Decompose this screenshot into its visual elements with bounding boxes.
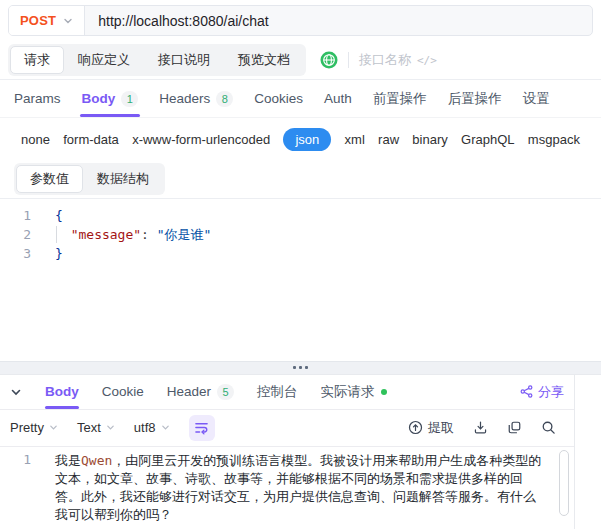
editor-line: 2 "message" : "你是谁" bbox=[0, 225, 601, 244]
tab-response-definition[interactable]: 响应定义 bbox=[64, 46, 144, 74]
line-number: 1 bbox=[0, 206, 55, 225]
body-type-binary[interactable]: binary bbox=[412, 132, 447, 147]
copy-icon bbox=[507, 420, 522, 435]
extract-button[interactable]: 提取 bbox=[408, 419, 454, 437]
tab-cookies[interactable]: Cookies bbox=[254, 80, 303, 117]
response-tab-row: Body Cookie Header5 控制台 实际请求 分享 bbox=[0, 375, 574, 410]
url-group: POST http://localhost:8080/ai/chat bbox=[8, 5, 593, 36]
header-count-badge: 5 bbox=[217, 384, 234, 400]
url-input[interactable]: http://localhost:8080/ai/chat bbox=[85, 6, 592, 35]
word-wrap-button[interactable] bbox=[189, 415, 215, 441]
tab-params[interactable]: Params bbox=[14, 80, 61, 117]
tab-response-body[interactable]: Body bbox=[45, 375, 79, 409]
chevron-down-icon bbox=[63, 16, 73, 26]
line-number: 2 bbox=[0, 225, 55, 244]
search-button[interactable] bbox=[541, 420, 556, 435]
line-number: 1 bbox=[0, 452, 55, 526]
line-number: 3 bbox=[0, 244, 55, 263]
download-button[interactable] bbox=[473, 420, 488, 435]
request-bar: POST http://localhost:8080/ai/chat bbox=[0, 0, 601, 41]
body-type-form-data[interactable]: form-data bbox=[63, 132, 119, 147]
body-type-selector: none form-data x-www-form-urlencoded jso… bbox=[0, 118, 601, 160]
tab-response-cookie[interactable]: Cookie bbox=[102, 375, 144, 409]
model-name: Qwen bbox=[81, 453, 112, 468]
copy-button[interactable] bbox=[507, 420, 522, 435]
share-icon bbox=[520, 385, 533, 398]
tab-post-response[interactable]: 后置操作 bbox=[448, 80, 502, 117]
divider bbox=[348, 52, 349, 68]
editor-line: 3 } bbox=[0, 244, 601, 263]
download-icon bbox=[473, 420, 488, 435]
response-body-viewer[interactable]: 1 我是Qwen，由阿里云开发的预训练语言模型。我被设计用来帮助用户生成各种类型… bbox=[0, 447, 574, 526]
tab-response-header[interactable]: Header5 bbox=[167, 375, 234, 409]
extract-icon bbox=[408, 420, 423, 435]
response-text: 我是Qwen，由阿里云开发的预训练语言模型。我被设计用来帮助用户生成各种类型的文… bbox=[55, 452, 574, 526]
scrollbar-thumb[interactable] bbox=[559, 450, 569, 516]
method-label: POST bbox=[20, 13, 56, 28]
body-view-tabs: 参数值 数据结构 bbox=[14, 163, 165, 195]
body-type-json[interactable]: json bbox=[283, 128, 331, 151]
api-name-input[interactable]: 接口名称 bbox=[359, 51, 411, 69]
response-panel: Body Cookie Header5 控制台 实际请求 分享 Pretty T… bbox=[0, 375, 575, 529]
api-client-window: POST http://localhost:8080/ai/chat 请求 响应… bbox=[0, 0, 601, 529]
tab-settings[interactable]: 设置 bbox=[523, 80, 550, 117]
body-count-badge: 1 bbox=[121, 91, 138, 107]
body-type-graphql[interactable]: GraphQL bbox=[461, 132, 514, 147]
headers-count-badge: 8 bbox=[216, 91, 233, 107]
json-key: "message" bbox=[71, 225, 141, 244]
doc-tabs: 请求 响应定义 接口说明 预览文档 bbox=[8, 44, 306, 76]
tab-request[interactable]: 请求 bbox=[10, 46, 64, 74]
drag-dot bbox=[299, 366, 302, 369]
toolbar-actions: 提取 bbox=[408, 419, 564, 437]
tab-headers[interactable]: Headers8 bbox=[159, 80, 233, 117]
drag-dot bbox=[293, 366, 296, 369]
doc-tab-row: 请求 响应定义 接口说明 预览文档 接口名称 </> bbox=[0, 41, 601, 80]
search-icon bbox=[541, 420, 556, 435]
request-section-tabs: Params Body1 Headers8 Cookies Auth 前置操作 … bbox=[0, 80, 601, 118]
json-value: "你是谁" bbox=[157, 225, 212, 244]
response-toolbar: Pretty Text utf8 提 bbox=[0, 410, 574, 447]
body-view-tab-row: 参数值 数据结构 bbox=[0, 160, 601, 199]
tab-body[interactable]: Body1 bbox=[82, 80, 139, 117]
format-select[interactable]: Pretty bbox=[10, 420, 58, 435]
chevron-down-icon bbox=[49, 423, 58, 432]
indent-guide bbox=[56, 226, 57, 243]
body-type-xml[interactable]: xml bbox=[345, 132, 365, 147]
encoding-select[interactable]: utf8 bbox=[134, 420, 170, 435]
tab-auth[interactable]: Auth bbox=[324, 80, 352, 117]
json-body-editor[interactable]: 1 { 2 "message" : "你是谁" 3 } bbox=[0, 199, 601, 361]
tab-actual-request[interactable]: 实际请求 bbox=[321, 375, 387, 409]
share-button[interactable]: 分享 bbox=[520, 375, 564, 409]
tab-parameter-value[interactable]: 参数值 bbox=[16, 165, 83, 193]
tab-data-structure[interactable]: 数据结构 bbox=[83, 165, 163, 193]
content-type-select[interactable]: Text bbox=[77, 420, 115, 435]
body-type-urlencoded[interactable]: x-www-form-urlencoded bbox=[132, 132, 270, 147]
body-type-raw[interactable]: raw bbox=[378, 132, 399, 147]
editor-line: 1 { bbox=[0, 206, 601, 225]
tab-preview-docs[interactable]: 预览文档 bbox=[224, 46, 304, 74]
tab-pre-request[interactable]: 前置操作 bbox=[373, 80, 427, 117]
globe-icon bbox=[320, 51, 338, 69]
code-icon: </> bbox=[417, 54, 437, 67]
body-type-msgpack[interactable]: msgpack bbox=[528, 132, 580, 147]
panel-resize-handle[interactable] bbox=[0, 361, 601, 375]
body-type-none[interactable]: none bbox=[21, 132, 50, 147]
word-wrap-icon bbox=[194, 420, 209, 435]
drag-dot bbox=[305, 366, 308, 369]
chevron-down-icon bbox=[106, 423, 115, 432]
tab-console[interactable]: 控制台 bbox=[257, 375, 298, 409]
chevron-down-icon bbox=[161, 423, 170, 432]
method-select[interactable]: POST bbox=[9, 6, 85, 35]
tab-api-description[interactable]: 接口说明 bbox=[144, 46, 224, 74]
status-dot bbox=[381, 389, 387, 395]
collapse-panel-button[interactable] bbox=[10, 375, 22, 409]
